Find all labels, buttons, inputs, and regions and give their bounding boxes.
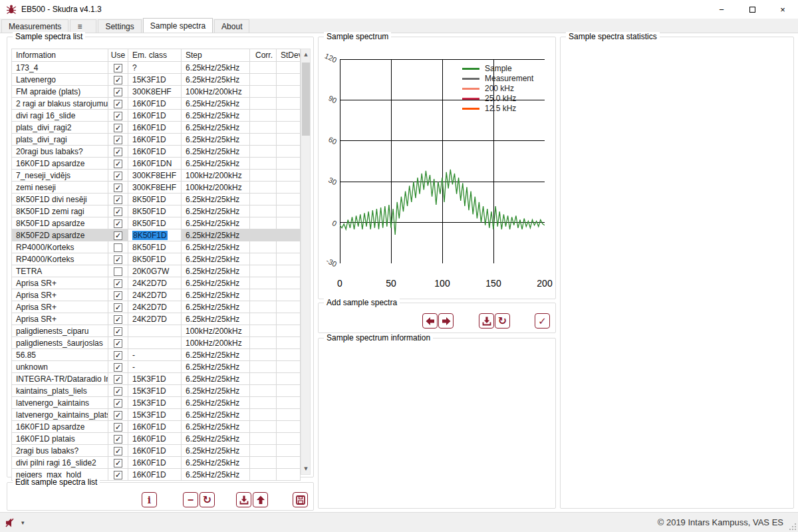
cell-use[interactable]: ✓ [108,134,128,146]
cell-information[interactable]: divi pilni ragi 16_slide2 [12,457,108,469]
cell-use[interactable]: ✓ [108,205,128,217]
cell-information[interactable]: plats_divi_ragi2 [12,122,108,134]
cell-step[interactable]: 6.25kHz/25kHz [182,158,250,170]
cell-information[interactable]: TETRA [12,265,108,277]
cell-corr[interactable] [250,110,277,122]
table-scrollbar[interactable]: ▲ ▼ [301,49,311,475]
cell-stdev[interactable] [277,445,301,457]
cell-information[interactable]: 16K0F1D platais [12,433,108,445]
cell-step[interactable]: 6.25kHz/25kHz [182,229,250,241]
cell-corr[interactable] [250,313,277,325]
table-row[interactable]: zemi neseji✓300KF8EHF100kHz/200kHz [12,182,301,194]
cell-use[interactable]: ✓ [108,289,128,301]
cell-information[interactable]: 16K0F1D apsardze [12,158,108,170]
cell-use[interactable] [108,241,128,253]
cell-step[interactable]: 6.25kHz/25kHz [182,62,250,74]
cell-step[interactable]: 6.25kHz/25kHz [182,98,250,110]
cell-stdev[interactable] [277,421,301,433]
table-row[interactable]: Aprisa SR+✓24K2D7D6.25kHz/25kHz [12,313,301,325]
cell-em-class[interactable]: 16K0F1D [128,146,182,158]
cell-information[interactable]: zemi neseji [12,182,108,194]
cell-use[interactable]: ✓ [108,74,128,86]
cell-stdev[interactable] [277,253,301,265]
cell-use[interactable]: ✓ [108,361,128,373]
cell-stdev[interactable] [277,457,301,469]
use-checkbox[interactable]: ✓ [114,112,122,120]
cell-corr[interactable] [250,301,277,313]
cell-step[interactable]: 100kHz/200kHz [182,325,250,337]
cell-em-class[interactable]: 8K50F1D [128,217,182,229]
use-checkbox[interactable]: ✓ [114,279,122,288]
cell-stdev[interactable] [277,229,301,241]
table-row[interactable]: INTEGRA-TR/Dataradio Inc✓15K3F1D6.25kHz/… [12,373,301,385]
cell-information[interactable]: 8K50F2D apsardze [12,229,108,241]
col-header-stdev[interactable]: StDev [277,49,301,62]
use-checkbox[interactable] [114,267,122,276]
cell-step[interactable]: 6.25kHz/25kHz [182,397,250,409]
cell-step[interactable]: 6.25kHz/25kHz [182,253,250,265]
cell-stdev[interactable] [277,158,301,170]
table-row[interactable]: kaintains_plats_liels✓15K3F1D6.25kHz/25k… [12,385,301,397]
use-checkbox[interactable]: ✓ [114,88,122,96]
cell-em-class[interactable] [128,325,182,337]
cell-information[interactable]: latvenergo_kaintains_plats [12,409,108,421]
cell-stdev[interactable] [277,241,301,253]
cell-step[interactable]: 6.25kHz/25kHz [182,373,250,385]
table-row[interactable]: 20ragi bus labaks?✓16K0F1D6.25kHz/25kHz [12,146,301,158]
table-row[interactable]: paligdienests_ciparu✓100kHz/200kHz [12,325,301,337]
cell-corr[interactable] [250,385,277,397]
cell-stdev[interactable] [277,74,301,86]
cell-information[interactable]: unknown [12,361,108,373]
cell-use[interactable]: ✓ [108,337,128,349]
scroll-down-icon[interactable]: ▼ [301,464,311,474]
cell-use[interactable]: ✓ [108,158,128,170]
use-checkbox[interactable]: ✓ [114,207,122,216]
cell-step[interactable]: 100kHz/200kHz [182,170,250,182]
table-row[interactable]: Aprisa SR+✓24K2D7D6.25kHz/25kHz [12,277,301,289]
table-row[interactable]: 7_neseji_vidējs✓300KF8EHF100kHz/200kHz [12,170,301,182]
cell-step[interactable]: 6.25kHz/25kHz [182,74,250,86]
save-list-button[interactable] [293,492,308,507]
cell-information[interactable]: 16K0F1D apsardze [12,421,108,433]
cell-step[interactable]: 6.25kHz/25kHz [182,194,250,205]
cell-use[interactable]: ✓ [108,457,128,469]
cell-em-class[interactable]: 8K50F1D [128,229,182,241]
use-checkbox[interactable]: ✓ [114,64,122,72]
cell-em-class[interactable]: 24K2D7D [128,313,182,325]
cell-use[interactable]: ✓ [108,170,128,182]
cell-em-class[interactable]: 24K2D7D [128,301,182,313]
cell-em-class[interactable]: 15K3F1D [128,409,182,421]
cell-stdev[interactable] [277,122,301,134]
cell-use[interactable]: ✓ [108,98,128,110]
use-checkbox[interactable]: ✓ [114,196,122,204]
cell-information[interactable]: 2ragi bus labaks? [12,445,108,457]
cell-corr[interactable] [250,253,277,265]
cell-step[interactable]: 6.25kHz/25kHz [182,122,250,134]
cell-corr[interactable] [250,62,277,74]
tab-sample-spectra[interactable]: Sample spectra [143,18,213,33]
cell-use[interactable] [108,265,128,277]
table-row[interactable]: latvenergo_kaintains_plats✓15K3F1D6.25kH… [12,409,301,421]
accept-spectrum-button[interactable]: ✓ [535,313,550,329]
cell-information[interactable]: 20ragi bus labaks? [12,146,108,158]
table-row[interactable]: 8K50F1D zemi ragi✓8K50F1D6.25kHz/25kHz [12,205,301,217]
cell-em-class[interactable] [128,337,182,349]
use-checkbox[interactable]: ✓ [114,291,122,300]
cell-em-class[interactable]: 8K50F1D [128,205,182,217]
cell-corr[interactable] [250,158,277,170]
cell-information[interactable]: Latvenergo [12,74,108,86]
cell-step[interactable]: 6.25kHz/25kHz [182,457,250,469]
cell-use[interactable]: ✓ [108,194,128,205]
use-checkbox[interactable]: ✓ [114,327,122,336]
cell-step[interactable]: 6.25kHz/25kHz [182,110,250,122]
tab-menu[interactable]: ≡ [70,19,96,33]
table-row[interactable]: RP4000/Korteks✓8K50F1D6.25kHz/25kHz [12,253,301,265]
scroll-up-icon[interactable]: ▲ [301,49,311,60]
cell-use[interactable]: ✓ [108,433,128,445]
cell-corr[interactable] [250,134,277,146]
use-checkbox[interactable]: ✓ [114,100,122,108]
cell-stdev[interactable] [277,325,301,337]
cell-corr[interactable] [250,445,277,457]
cell-step[interactable]: 6.25kHz/25kHz [182,205,250,217]
use-checkbox[interactable]: ✓ [114,219,122,228]
